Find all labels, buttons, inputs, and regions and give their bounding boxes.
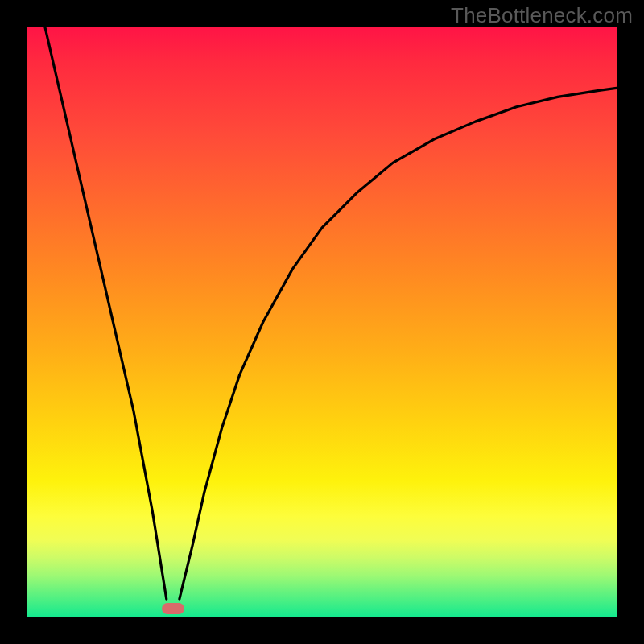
- plot-area: [27, 27, 617, 617]
- watermark-text: TheBottleneck.com: [451, 3, 633, 28]
- curve-svg: [27, 27, 617, 617]
- chart-frame: TheBottleneck.com: [0, 0, 644, 644]
- curve-right-branch: [180, 88, 617, 599]
- curve-left-branch: [45, 27, 167, 599]
- optimal-marker: [162, 603, 184, 614]
